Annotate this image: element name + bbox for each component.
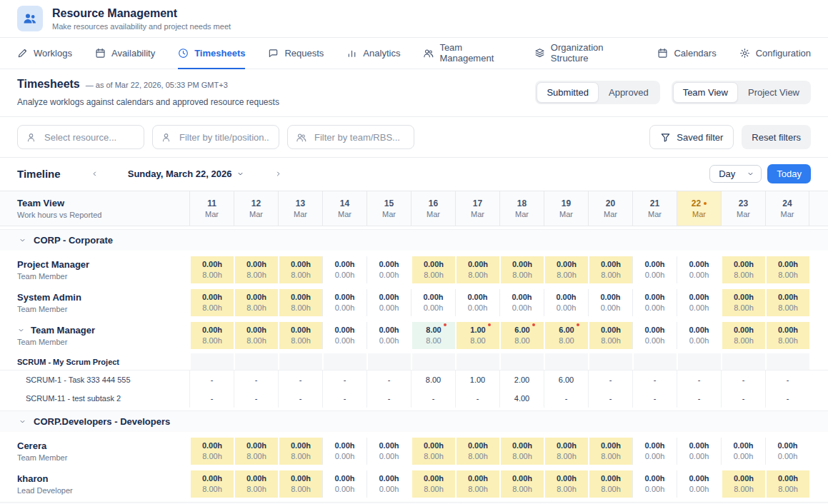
timesheet-cell[interactable]: 0.00h 8.00h	[278, 256, 322, 283]
task-cell[interactable]: -	[411, 389, 455, 408]
timesheet-cell[interactable]: 0.00h 8.00h	[234, 438, 278, 465]
timesheet-cell[interactable]: 0.00h 8.00h	[278, 289, 322, 316]
timesheet-cell[interactable]: 0.00h 0.00h	[322, 438, 366, 465]
toggle-approved[interactable]: Approved	[599, 82, 659, 103]
timesheet-cell[interactable]: 0.00h 8.00h	[234, 470, 278, 498]
tab-calendars[interactable]: Calendars	[657, 38, 716, 69]
timesheet-cell[interactable]: 0.00h 8.00h	[721, 289, 765, 316]
timesheet-cell[interactable]: 0.00h 0.00h	[677, 470, 721, 498]
timesheet-cell[interactable]: 0.00h 8.00h	[765, 322, 809, 349]
task-cell[interactable]: -	[677, 389, 721, 408]
toggle-submitted[interactable]: Submitted	[537, 82, 599, 103]
timesheet-cell[interactable]: 0.00h 0.00h	[677, 438, 721, 465]
tab-requests[interactable]: Requests	[268, 38, 324, 69]
timesheet-cell[interactable]: 0.00h 8.00h	[455, 470, 499, 498]
task-cell[interactable]: -	[677, 371, 721, 389]
timesheet-cell[interactable]: 0.00h 8.00h	[189, 470, 234, 498]
tab-team-management[interactable]: Team Management	[423, 38, 511, 69]
group-row-corp-corporate[interactable]: CORP - Corporate	[0, 229, 828, 251]
tab-configuration[interactable]: Configuration	[739, 38, 811, 69]
timesheet-cell[interactable]: 0.00h 0.00h	[455, 289, 499, 316]
timesheet-cell[interactable]: 0.00h 8.00h	[189, 289, 234, 316]
timesheet-cell[interactable]: 0.00h 0.00h	[366, 470, 411, 498]
team-rbs-filter[interactable]	[287, 125, 414, 149]
timesheet-cell[interactable]: 0.00h 0.00h	[765, 438, 809, 465]
task-cell[interactable]: -	[366, 371, 411, 389]
task-cell[interactable]: -	[765, 371, 809, 389]
timesheet-cell[interactable]: 1.00 8.00	[455, 322, 499, 349]
timesheet-cell[interactable]: 0.00h 0.00h	[322, 322, 366, 349]
task-cell[interactable]: -	[189, 371, 234, 389]
timesheet-cell[interactable]: 0.00h 0.00h	[322, 256, 366, 283]
chevron-right-icon[interactable]	[271, 168, 285, 179]
timesheet-cell[interactable]: 0.00h 8.00h	[411, 470, 455, 498]
timesheet-cell[interactable]: 0.00h 0.00h	[677, 289, 721, 316]
task-cell[interactable]: -	[234, 389, 278, 408]
timesheet-cell[interactable]: 0.00h 8.00h	[278, 438, 322, 465]
task-cell[interactable]: -	[189, 389, 234, 408]
timesheet-cell[interactable]: 0.00h 8.00h	[765, 470, 809, 498]
timesheet-cell[interactable]: 6.00 8.00	[544, 322, 588, 349]
timesheet-cell[interactable]: 0.00h 8.00h	[189, 438, 234, 465]
saved-filter-button[interactable]: Saved filter	[649, 125, 734, 149]
timesheet-cell[interactable]: 0.00h 8.00h	[721, 322, 765, 349]
timesheet-cell[interactable]: 0.00h 8.00h	[588, 256, 632, 283]
reset-filters-button[interactable]: Reset filters	[742, 125, 811, 149]
timesheet-cell[interactable]: 0.00h 8.00h	[721, 256, 765, 283]
task-cell[interactable]: -	[234, 371, 278, 389]
task-cell[interactable]: -	[588, 389, 632, 408]
task-cell[interactable]: -	[544, 389, 588, 408]
task-cell[interactable]: -	[455, 389, 499, 408]
timesheet-cell[interactable]: 0.00h 8.00h	[544, 438, 588, 465]
date-picker[interactable]: Sunday, March 22, 2026	[101, 168, 271, 179]
task-cell[interactable]: -	[278, 371, 322, 389]
task-cell[interactable]: -	[721, 371, 765, 389]
task-cell[interactable]: -	[721, 389, 765, 408]
timesheet-cell[interactable]: 0.00h 8.00h	[499, 438, 544, 465]
timesheet-cell[interactable]: 0.00h 0.00h	[366, 322, 411, 349]
timesheet-cell[interactable]: 0.00h 0.00h	[632, 470, 677, 498]
timesheet-cell[interactable]: 0.00h 8.00h	[189, 256, 234, 283]
task-cell[interactable]: 4.00	[499, 389, 544, 408]
timesheet-cell[interactable]: 0.00h 0.00h	[677, 256, 721, 283]
tab-timesheets[interactable]: Timesheets	[178, 38, 245, 69]
toggle-team-view[interactable]: Team View	[673, 82, 738, 103]
task-cell[interactable]: 6.00	[544, 371, 588, 389]
title-position-filter[interactable]	[152, 125, 279, 149]
timesheet-cell[interactable]: 0.00h 0.00h	[366, 256, 411, 283]
title-position-filter-input[interactable]	[178, 131, 271, 143]
task-cell[interactable]: -	[278, 389, 322, 408]
timesheet-cell[interactable]: 0.00h 8.00h	[234, 322, 278, 349]
timesheet-cell[interactable]: 0.00h 8.00h	[455, 256, 499, 283]
timesheet-cell[interactable]: 0.00h 0.00h	[588, 289, 632, 316]
timesheet-cell[interactable]: 0.00h 8.00h	[544, 470, 588, 498]
timesheet-cell[interactable]: 0.00h 8.00h	[765, 256, 809, 283]
timesheet-cell[interactable]: 0.00h 0.00h	[632, 256, 677, 283]
task-cell[interactable]: -	[322, 371, 366, 389]
resource-filter-input[interactable]	[43, 131, 136, 143]
resource-filter[interactable]	[17, 125, 144, 149]
task-cell[interactable]: -	[588, 371, 632, 389]
timesheet-cell[interactable]: 0.00h 0.00h	[366, 438, 411, 465]
timesheet-cell[interactable]: 0.00h 8.00h	[455, 438, 499, 465]
tab-worklogs[interactable]: Worklogs	[17, 38, 72, 69]
timesheet-cell[interactable]: 0.00h 0.00h	[411, 289, 455, 316]
timesheet-cell[interactable]: 0.00h 8.00h	[588, 470, 632, 498]
timesheet-cell[interactable]: 0.00h 8.00h	[588, 438, 632, 465]
timesheet-cell[interactable]: 0.00h 0.00h	[322, 289, 366, 316]
task-cell[interactable]: -	[366, 389, 411, 408]
timesheet-cell[interactable]: 0.00h 8.00h	[234, 256, 278, 283]
timesheet-cell[interactable]: 0.00h 8.00h	[189, 322, 234, 349]
timesheet-cell[interactable]: 0.00h 8.00h	[588, 322, 632, 349]
timesheet-cell[interactable]: 0.00h 0.00h	[677, 322, 721, 349]
task-cell[interactable]: 8.00	[411, 371, 455, 389]
group-row-corp-developers-developers[interactable]: CORP.Developers - Developers	[0, 410, 828, 432]
timesheet-cell[interactable]: 0.00h 8.00h	[765, 289, 809, 316]
timesheet-cell[interactable]: 0.00h 8.00h	[278, 470, 322, 498]
timesheet-cell[interactable]: 0.00h 0.00h	[632, 289, 677, 316]
task-cell[interactable]: -	[632, 371, 677, 389]
tab-analytics[interactable]: Analytics	[346, 38, 400, 69]
task-cell[interactable]: -	[322, 389, 366, 408]
timesheet-cell[interactable]: 6.00 8.00	[499, 322, 544, 349]
timesheet-cell[interactable]: 0.00h 0.00h	[721, 438, 765, 465]
